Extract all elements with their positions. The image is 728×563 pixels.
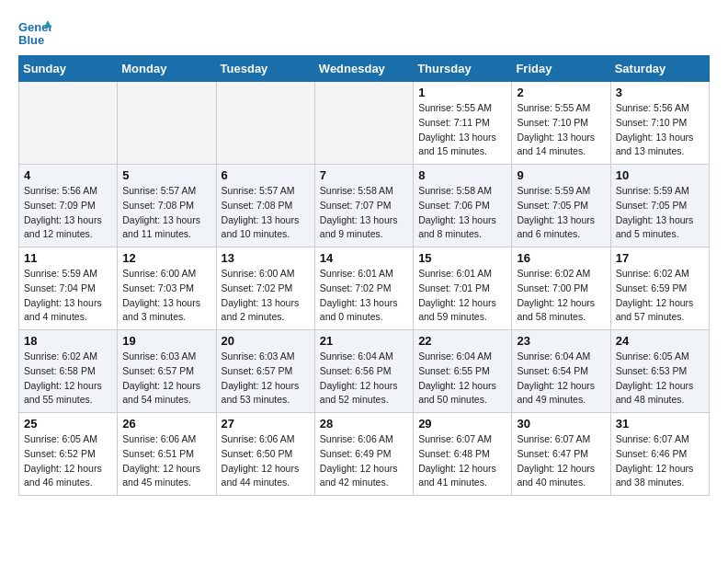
calendar-cell: 24Sunrise: 6:05 AM Sunset: 6:53 PM Dayli… <box>610 330 709 413</box>
weekday-header-friday: Friday <box>512 56 610 82</box>
calendar-cell: 14Sunrise: 6:01 AM Sunset: 7:02 PM Dayli… <box>314 247 413 330</box>
day-number: 7 <box>320 168 408 182</box>
day-number: 8 <box>418 168 506 182</box>
weekday-header-wednesday: Wednesday <box>314 56 413 82</box>
day-info: Sunrise: 6:01 AM Sunset: 7:01 PM Dayligh… <box>418 267 506 325</box>
day-info: Sunrise: 6:02 AM Sunset: 7:00 PM Dayligh… <box>517 267 605 325</box>
day-number: 26 <box>122 417 210 431</box>
day-number: 11 <box>24 251 112 265</box>
day-info: Sunrise: 5:56 AM Sunset: 7:09 PM Dayligh… <box>24 184 112 242</box>
calendar-cell <box>314 82 413 165</box>
calendar-cell: 2Sunrise: 5:55 AM Sunset: 7:10 PM Daylig… <box>512 82 610 165</box>
calendar-cell: 10Sunrise: 5:59 AM Sunset: 7:05 PM Dayli… <box>610 165 709 247</box>
calendar-cell: 20Sunrise: 6:03 AM Sunset: 6:57 PM Dayli… <box>216 330 314 413</box>
day-info: Sunrise: 6:04 AM Sunset: 6:54 PM Dayligh… <box>517 350 605 408</box>
weekday-header-monday: Monday <box>118 56 216 82</box>
day-number: 18 <box>24 334 112 348</box>
calendar-cell: 6Sunrise: 5:57 AM Sunset: 7:08 PM Daylig… <box>216 165 314 247</box>
weekday-header-saturday: Saturday <box>610 56 709 82</box>
day-number: 13 <box>222 251 310 265</box>
day-info: Sunrise: 6:03 AM Sunset: 6:57 PM Dayligh… <box>222 350 310 408</box>
day-info: Sunrise: 5:55 AM Sunset: 7:11 PM Dayligh… <box>418 101 506 159</box>
calendar-cell: 4Sunrise: 5:56 AM Sunset: 7:09 PM Daylig… <box>19 165 118 247</box>
day-number: 31 <box>616 417 704 431</box>
day-info: Sunrise: 6:06 AM Sunset: 6:50 PM Dayligh… <box>222 432 310 490</box>
day-number: 15 <box>418 251 506 265</box>
calendar-cell: 19Sunrise: 6:03 AM Sunset: 6:57 PM Dayli… <box>118 330 216 413</box>
weekday-header-tuesday: Tuesday <box>216 56 314 82</box>
weekday-header-sunday: Sunday <box>19 56 118 82</box>
calendar-cell: 8Sunrise: 5:58 AM Sunset: 7:06 PM Daylig… <box>414 165 512 247</box>
day-info: Sunrise: 5:58 AM Sunset: 7:06 PM Dayligh… <box>418 184 506 242</box>
day-info: Sunrise: 6:04 AM Sunset: 6:55 PM Dayligh… <box>418 350 506 408</box>
calendar-cell: 27Sunrise: 6:06 AM Sunset: 6:50 PM Dayli… <box>216 413 314 496</box>
calendar-cell: 30Sunrise: 6:07 AM Sunset: 6:47 PM Dayli… <box>512 413 610 496</box>
calendar-table: SundayMondayTuesdayWednesdayThursdayFrid… <box>18 55 710 496</box>
calendar-cell: 26Sunrise: 6:06 AM Sunset: 6:51 PM Dayli… <box>118 413 216 496</box>
day-number: 21 <box>320 334 408 348</box>
day-info: Sunrise: 6:00 AM Sunset: 7:02 PM Dayligh… <box>222 267 310 325</box>
calendar-cell: 18Sunrise: 6:02 AM Sunset: 6:58 PM Dayli… <box>19 330 118 413</box>
day-info: Sunrise: 6:06 AM Sunset: 6:51 PM Dayligh… <box>122 432 210 490</box>
calendar-cell: 12Sunrise: 6:00 AM Sunset: 7:03 PM Dayli… <box>118 247 216 330</box>
day-info: Sunrise: 5:59 AM Sunset: 7:05 PM Dayligh… <box>517 184 605 242</box>
calendar-cell <box>216 82 314 165</box>
day-number: 10 <box>616 168 704 182</box>
day-number: 6 <box>222 168 310 182</box>
calendar-cell: 15Sunrise: 6:01 AM Sunset: 7:01 PM Dayli… <box>414 247 512 330</box>
calendar-cell: 9Sunrise: 5:59 AM Sunset: 7:05 PM Daylig… <box>512 165 610 247</box>
day-number: 27 <box>222 417 310 431</box>
day-info: Sunrise: 6:04 AM Sunset: 6:56 PM Dayligh… <box>320 350 408 408</box>
calendar-cell: 1Sunrise: 5:55 AM Sunset: 7:11 PM Daylig… <box>414 82 512 165</box>
day-number: 19 <box>122 334 210 348</box>
day-info: Sunrise: 6:07 AM Sunset: 6:48 PM Dayligh… <box>418 432 506 490</box>
day-info: Sunrise: 6:00 AM Sunset: 7:03 PM Dayligh… <box>122 267 210 325</box>
calendar-cell: 7Sunrise: 5:58 AM Sunset: 7:07 PM Daylig… <box>314 165 413 247</box>
day-info: Sunrise: 6:06 AM Sunset: 6:49 PM Dayligh… <box>320 432 408 490</box>
calendar-cell <box>19 82 118 165</box>
day-info: Sunrise: 5:56 AM Sunset: 7:10 PM Dayligh… <box>616 101 704 159</box>
calendar-cell: 25Sunrise: 6:05 AM Sunset: 6:52 PM Dayli… <box>19 413 118 496</box>
day-info: Sunrise: 6:05 AM Sunset: 6:53 PM Dayligh… <box>616 350 704 408</box>
day-info: Sunrise: 5:57 AM Sunset: 7:08 PM Dayligh… <box>222 184 310 242</box>
day-info: Sunrise: 6:03 AM Sunset: 6:57 PM Dayligh… <box>122 350 210 408</box>
calendar-cell: 29Sunrise: 6:07 AM Sunset: 6:48 PM Dayli… <box>414 413 512 496</box>
day-info: Sunrise: 6:07 AM Sunset: 6:47 PM Dayligh… <box>517 432 605 490</box>
calendar-cell: 17Sunrise: 6:02 AM Sunset: 6:59 PM Dayli… <box>610 247 709 330</box>
calendar-cell: 16Sunrise: 6:02 AM Sunset: 7:00 PM Dayli… <box>512 247 610 330</box>
day-number: 5 <box>122 168 210 182</box>
calendar-cell: 21Sunrise: 6:04 AM Sunset: 6:56 PM Dayli… <box>314 330 413 413</box>
day-info: Sunrise: 6:02 AM Sunset: 6:59 PM Dayligh… <box>616 267 704 325</box>
day-info: Sunrise: 6:02 AM Sunset: 6:58 PM Dayligh… <box>24 350 112 408</box>
day-number: 2 <box>517 86 605 99</box>
day-number: 12 <box>122 251 210 265</box>
day-number: 1 <box>418 86 506 99</box>
calendar-cell: 28Sunrise: 6:06 AM Sunset: 6:49 PM Dayli… <box>314 413 413 496</box>
page-header: General Blue <box>18 18 710 46</box>
calendar-cell: 22Sunrise: 6:04 AM Sunset: 6:55 PM Dayli… <box>414 330 512 413</box>
calendar-cell: 5Sunrise: 5:57 AM Sunset: 7:08 PM Daylig… <box>118 165 216 247</box>
day-info: Sunrise: 6:07 AM Sunset: 6:46 PM Dayligh… <box>616 432 704 490</box>
day-number: 16 <box>517 251 605 265</box>
day-number: 23 <box>517 334 605 348</box>
day-number: 28 <box>320 417 408 431</box>
calendar-cell: 23Sunrise: 6:04 AM Sunset: 6:54 PM Dayli… <box>512 330 610 413</box>
calendar-cell: 3Sunrise: 5:56 AM Sunset: 7:10 PM Daylig… <box>610 82 709 165</box>
logo-icon: General Blue <box>18 18 51 46</box>
calendar-cell: 31Sunrise: 6:07 AM Sunset: 6:46 PM Dayli… <box>610 413 709 496</box>
day-number: 24 <box>616 334 704 348</box>
day-info: Sunrise: 5:57 AM Sunset: 7:08 PM Dayligh… <box>122 184 210 242</box>
day-number: 22 <box>418 334 506 348</box>
calendar-cell <box>118 82 216 165</box>
day-info: Sunrise: 5:55 AM Sunset: 7:10 PM Dayligh… <box>517 101 605 159</box>
day-number: 25 <box>24 417 112 431</box>
day-number: 20 <box>222 334 310 348</box>
day-number: 9 <box>517 168 605 182</box>
day-info: Sunrise: 6:05 AM Sunset: 6:52 PM Dayligh… <box>24 432 112 490</box>
svg-text:Blue: Blue <box>18 33 44 46</box>
day-number: 4 <box>24 168 112 182</box>
day-info: Sunrise: 5:59 AM Sunset: 7:04 PM Dayligh… <box>24 267 112 325</box>
day-number: 14 <box>320 251 408 265</box>
day-number: 30 <box>517 417 605 431</box>
calendar-cell: 11Sunrise: 5:59 AM Sunset: 7:04 PM Dayli… <box>19 247 118 330</box>
